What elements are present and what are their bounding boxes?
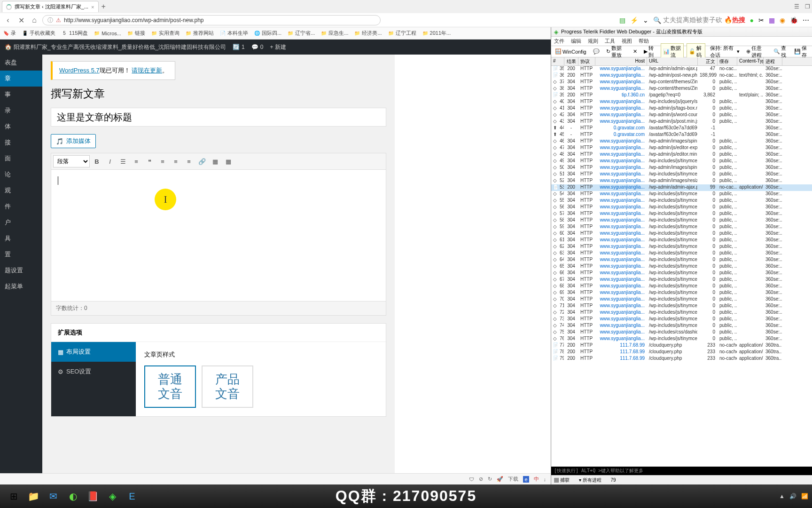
cn-icon[interactable]: 中	[534, 476, 539, 483]
link-button[interactable]: 🔗	[196, 155, 208, 167]
wp-menu-item[interactable]: 面	[0, 151, 42, 167]
fiddler-menu-item[interactable]: 编辑	[571, 38, 581, 45]
bookmark-item[interactable]: 📁2011年...	[422, 30, 451, 37]
fiddler-session-row[interactable]: ◇42304HTTPwww.syguanjianglia.../wp-admin…	[551, 112, 812, 119]
col-num[interactable]: #	[551, 57, 564, 65]
fiddler-session-row[interactable]: ◇52304HTTPwww.syguanjianglia.../wp-admin…	[551, 178, 812, 184]
fiddler-session-row[interactable]: ◇64304HTTPwww.syguanjianglia.../wp-inclu…	[551, 257, 812, 263]
fiddler-session-row[interactable]: ◇70304HTTPwww.syguanjianglia.../wp-inclu…	[551, 296, 812, 303]
fiddler-session-row[interactable]: ◇68304HTTPwww.syguanjianglia.../wp-inclu…	[551, 283, 812, 290]
fiddler-session-row[interactable]: ◇37304HTTPwww.syguanjianglia.../wp-conte…	[551, 79, 812, 86]
task-fiddler[interactable]: ◈	[102, 487, 122, 505]
bookmark-item[interactable]: 📁辽宁省...	[287, 30, 315, 37]
align-left-button[interactable]: ≡	[156, 155, 169, 167]
bookmark-item[interactable]: 📁实用查询	[151, 30, 180, 37]
fiddler-session-row[interactable]: 📄35200HTTPwww.syguanjianglia.../wp-admin…	[551, 66, 812, 72]
fiddler-session-row[interactable]: ◇49304HTTPwww.syguanjianglia.../wp-inclu…	[551, 158, 812, 165]
fiddler-session-row[interactable]: ◇69304HTTPwww.syguanjianglia.../wp-inclu…	[551, 290, 812, 296]
bookmark-item[interactable]: 5115网盘	[61, 30, 88, 37]
ext-tab-layout[interactable]: ▦ 布局设置	[51, 342, 136, 362]
fiddler-session-row[interactable]: ◇62304HTTPwww.syguanjianglia.../wp-inclu…	[551, 244, 812, 250]
italic-button[interactable]: I	[104, 155, 116, 167]
minimize-icon[interactable]: ☰	[794, 3, 799, 10]
wp-updates[interactable]: 🔄 1	[233, 44, 245, 50]
fiddler-session-row[interactable]: ◇41304HTTPwww.syguanjianglia.../wp-admin…	[551, 105, 812, 112]
fiddler-session-row[interactable]: ◇63304HTTPwww.syguanjianglia.../wp-inclu…	[551, 250, 812, 257]
wp-new[interactable]: + 新建	[270, 43, 286, 51]
fiddler-session-row[interactable]: ◇74304HTTPwww.syguanjianglia.../wp-inclu…	[551, 323, 812, 329]
editor-content[interactable]: I	[51, 170, 386, 302]
fiddler-session-row[interactable]: ◇61304HTTPwww.syguanjianglia.../wp-inclu…	[551, 237, 812, 244]
bold-button[interactable]: B	[91, 155, 103, 167]
align-right-button[interactable]: ≡	[183, 155, 195, 167]
shield-icon[interactable]: 🛡	[469, 476, 474, 482]
tab-close-icon[interactable]: ×	[91, 4, 94, 10]
url-field[interactable]: ⓘ ⚠ http://www.syguanjiangliao.com/wp-ad…	[42, 15, 381, 25]
ol-button[interactable]: ≡	[130, 155, 142, 167]
refresh-icon[interactable]: ↻	[488, 476, 492, 482]
wp-menu-item[interactable]: 接	[0, 135, 42, 151]
fiddler-session-row[interactable]: ◇57304HTTPwww.syguanjianglia.../wp-inclu…	[551, 211, 812, 217]
fiddler-session-row[interactable]: 📄53200HTTPwww.syguanjianglia.../wp-admin…	[551, 184, 812, 191]
ext-icon-6[interactable]: ⋯	[803, 16, 809, 24]
fiddler-session-row[interactable]: ◇66304HTTPwww.syguanjianglia.../wp-inclu…	[551, 270, 812, 277]
fiddler-session-row[interactable]: ◇56304HTTPwww.syguanjianglia.../wp-inclu…	[551, 204, 812, 211]
wp-menu-item[interactable]: 题设置	[0, 262, 42, 278]
col-result[interactable]: 结果	[564, 57, 578, 65]
fiddler-session-row[interactable]: 📄77200HTTP111.7.68.99/cloudquery.php233n…	[551, 342, 812, 349]
fiddler-session-row[interactable]: ◇58304HTTPwww.syguanjianglia.../wp-inclu…	[551, 217, 812, 224]
remove-button[interactable]: ✕	[631, 48, 639, 56]
fiddler-session-row[interactable]: ◇50304HTTPwww.syguanjianglia.../wp-admin…	[551, 165, 812, 171]
browser-tab[interactable]: 撰写新文章 ‹ 沈阳灌浆料厂家_... ×	[2, 1, 99, 12]
fiddler-session-row[interactable]: 📄36200HTTPwww.syguanjianglia.../wp-admin…	[551, 72, 812, 79]
comment-button[interactable]: 💬	[591, 48, 601, 56]
rocket-icon[interactable]: 🚀	[497, 476, 503, 482]
fiddler-menu-item[interactable]: 规则	[588, 38, 598, 45]
align-center-button[interactable]: ≡	[170, 155, 182, 167]
search-box[interactable]: 🔍 丈夫提离婚被妻子砍 🔥热搜	[653, 16, 745, 24]
wp-menu-item[interactable]: 件	[0, 198, 42, 214]
capture-status[interactable]: ▦ 捕获	[554, 477, 570, 484]
menu-icon[interactable]: ▤	[619, 16, 625, 24]
wp-comments[interactable]: 💬 0	[251, 44, 264, 50]
fiddler-session-row[interactable]: ◇55304HTTPwww.syguanjianglia.../wp-inclu…	[551, 198, 812, 204]
task-browser[interactable]: ◐	[63, 487, 83, 505]
fiddler-session-row[interactable]: ⬆45-HTTP0.gravatar.com/avatar/f63c0e7a7d…	[551, 132, 812, 138]
fiddler-session-row[interactable]: ◇73304HTTPwww.syguanjianglia.../wp-inclu…	[551, 316, 812, 323]
stop-button[interactable]: ✕	[16, 15, 26, 25]
fiddler-session-row[interactable]: ◇71304HTTPwww.syguanjianglia.../wp-inclu…	[551, 303, 812, 310]
bookmark-item[interactable]: 📁经济类...	[354, 30, 382, 37]
col-process[interactable]: 进程	[764, 57, 782, 65]
ext-tab-seo[interactable]: ⚙ SEO设置	[51, 362, 136, 381]
fiddler-session-row[interactable]: ◇43304HTTPwww.syguanjianglia.../wp-admin…	[551, 119, 812, 125]
bookmark-item[interactable]: 📁Micros...	[94, 30, 121, 37]
start-button[interactable]: ⊞	[4, 487, 23, 505]
fiddler-session-row[interactable]: ◇75304HTTPwww.syguanjianglia.../wp-inclu…	[551, 329, 812, 336]
fiddler-session-row[interactable]: ◇54304HTTPwww.syguanjianglia.../wp-inclu…	[551, 191, 812, 198]
ext-icon-1[interactable]: ●	[750, 16, 754, 24]
fiddler-session-row[interactable]: ◇76304HTTPwww.syguanjianglia.../wp-inclu…	[551, 336, 812, 342]
wp-version-link[interactable]: WordPress 5.7	[59, 67, 100, 74]
block-icon[interactable]: ⊘	[479, 476, 483, 482]
task-editor[interactable]: E	[122, 487, 142, 505]
process-filter[interactable]: ▾ 所有进程	[579, 477, 601, 484]
fiddler-session-row[interactable]: 📄79200HTTP111.7.68.99/cloudquery.php233n…	[551, 356, 812, 362]
toolbar-toggle-button[interactable]: ▦	[222, 155, 234, 167]
winconfig-button[interactable]: 🪟 WinConfig	[553, 48, 588, 56]
col-host[interactable]: Host	[595, 57, 647, 65]
col-cache[interactable]: 缓存	[718, 57, 737, 65]
wp-menu-item[interactable]: 置	[0, 246, 42, 262]
site-info-icon[interactable]: ⓘ	[47, 16, 53, 24]
fiddler-session-row[interactable]: ◇48304HTTPwww.syguanjianglia.../wp-admin…	[551, 151, 812, 158]
bookmark-item[interactable]: 🌐国际四...	[254, 30, 281, 37]
wp-menu-item[interactable]: 体	[0, 119, 42, 135]
task-pdf[interactable]: 📕	[83, 487, 102, 505]
bookmark-item[interactable]: 🔖录	[3, 30, 16, 37]
add-media-button[interactable]: 🎵添加媒体	[51, 134, 96, 148]
bookmark-item[interactable]: 📁推荐网站	[185, 30, 214, 37]
system-tray[interactable]: ▲🔊📶	[779, 493, 808, 500]
col-url[interactable]: URL	[647, 57, 698, 65]
col-protocol[interactable]: 协议	[578, 57, 595, 65]
fiddler-quickexec[interactable]: [快速执行] ALT+Q >键入帮助以了解更多	[551, 467, 812, 475]
post-title-input[interactable]	[51, 108, 386, 127]
